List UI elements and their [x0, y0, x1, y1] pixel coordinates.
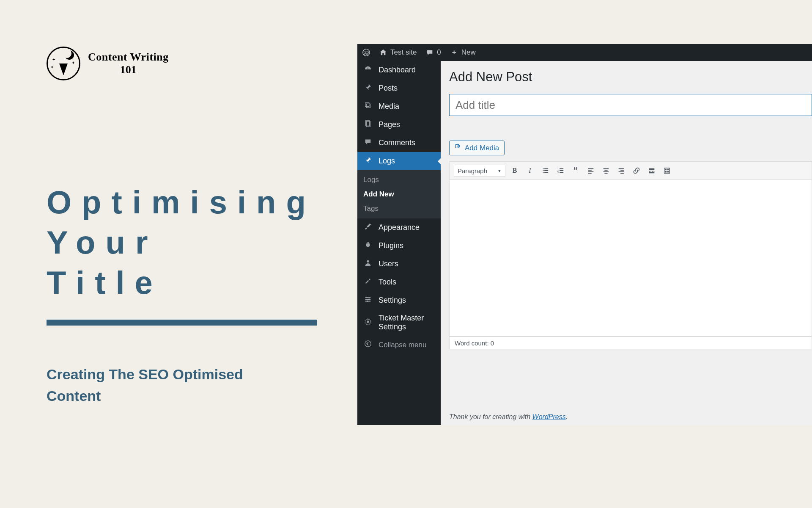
sidebar-item-comments[interactable]: Comments: [357, 134, 441, 152]
sidebar-label: Settings: [379, 296, 435, 305]
wp-main: Add New Post Add Media Paragraph ▼ B I 1…: [441, 61, 812, 425]
hero-title: Optimising Your Title: [47, 182, 311, 303]
bullet-list-button[interactable]: [539, 165, 551, 177]
svg-point-6: [367, 301, 368, 302]
svg-rect-14: [649, 172, 655, 174]
sidebar-item-posts[interactable]: Posts: [357, 79, 441, 97]
read-more-button[interactable]: [646, 165, 658, 177]
logo-mark-icon: ✦ ✦ ✦: [47, 47, 80, 80]
sidebar-item-users[interactable]: Users: [357, 255, 441, 273]
sidebar-submenu-logs: Logs Add New Tags: [357, 170, 441, 218]
svg-rect-16: [665, 169, 667, 171]
site-name-label: Test site: [390, 48, 417, 57]
comment-icon: [363, 138, 373, 148]
italic-button[interactable]: I: [524, 165, 536, 177]
pin-icon: [363, 156, 373, 166]
sidebar-label: Ticket Master Settings: [379, 314, 435, 331]
sidebar-label: Posts: [379, 84, 435, 93]
site-name-link[interactable]: Test site: [379, 48, 417, 57]
sidebar-label: Users: [379, 260, 435, 268]
numbered-list-button[interactable]: 123: [554, 165, 566, 177]
brush-icon: [363, 223, 373, 232]
wordpress-link[interactable]: WordPress: [532, 413, 566, 420]
slide-panel: ✦ ✦ ✦ Content Writing 101 Optimising You…: [0, 0, 357, 508]
hero-subtitle: Creating The SEO Optimised Content: [47, 364, 266, 407]
dashboard-icon: [363, 65, 373, 75]
svg-point-5: [368, 298, 370, 300]
logo-line2: 101: [88, 64, 169, 76]
align-right-button[interactable]: [615, 165, 627, 177]
editor-footer: Word count: 0: [449, 337, 812, 349]
sidebar-item-tools[interactable]: Tools: [357, 273, 441, 291]
pages-icon: [363, 120, 373, 130]
sidebar-label: Dashboard: [379, 66, 435, 75]
sidebar-label: Logs: [379, 157, 435, 166]
editor-toolbar: Paragraph ▼ B I 123 “: [449, 161, 812, 180]
wp-window: Test site 0 + New Dashboard Posts: [357, 44, 812, 425]
sidebar-collapse-button[interactable]: Collapse menu: [357, 336, 441, 354]
logo-line1: Content Writing: [88, 51, 169, 64]
page-title: Add New Post: [449, 69, 812, 85]
chevron-down-icon: ▼: [497, 168, 502, 173]
wp-sidebar: Dashboard Posts Media Pages Comments: [357, 61, 441, 425]
format-select[interactable]: Paragraph ▼: [454, 165, 505, 177]
bold-button[interactable]: B: [509, 165, 521, 177]
svg-text:3: 3: [557, 171, 559, 174]
svg-point-3: [367, 260, 369, 262]
toolbar-toggle-button[interactable]: [661, 165, 673, 177]
add-media-button[interactable]: Add Media: [449, 141, 505, 155]
svg-rect-17: [667, 169, 669, 171]
sidebar-item-settings[interactable]: Settings: [357, 291, 441, 309]
wp-adminbar: Test site 0 + New: [357, 44, 812, 61]
format-select-value: Paragraph: [458, 167, 487, 174]
wrench-icon: [363, 277, 373, 287]
submenu-item-tags[interactable]: Tags: [357, 202, 441, 216]
plus-icon: +: [450, 48, 458, 57]
logo: ✦ ✦ ✦ Content Writing 101: [47, 47, 311, 80]
wp-logo-button[interactable]: [362, 49, 370, 56]
word-count: Word count: 0: [455, 340, 494, 347]
blockquote-button[interactable]: “: [570, 165, 582, 177]
comments-count: 0: [437, 48, 441, 57]
logo-text: Content Writing 101: [88, 51, 169, 76]
sidebar-label: Appearance: [379, 223, 435, 232]
comments-link[interactable]: 0: [426, 48, 441, 57]
sidebar-label: Comments: [379, 138, 435, 147]
sidebar-item-ticket-master[interactable]: Ticket Master Settings: [357, 309, 441, 336]
align-left-button[interactable]: [585, 165, 597, 177]
sidebar-item-dashboard[interactable]: Dashboard: [357, 61, 441, 79]
sidebar-item-appearance[interactable]: Appearance: [357, 218, 441, 237]
editor-content[interactable]: [449, 180, 812, 337]
user-icon: [363, 259, 373, 269]
link-button[interactable]: [631, 165, 642, 177]
sidebar-label: Plugins: [379, 241, 435, 250]
wordpress-icon: [362, 49, 370, 56]
plug-icon: [363, 241, 373, 251]
media-icon: [363, 102, 373, 111]
gear-icon: [363, 318, 373, 328]
align-center-button[interactable]: [600, 165, 612, 177]
sidebar-item-logs[interactable]: Logs: [357, 152, 441, 170]
pin-icon: [363, 83, 373, 93]
submenu-item-logs[interactable]: Logs: [357, 173, 441, 187]
sidebar-label: Pages: [379, 120, 435, 129]
media-icon: [455, 144, 461, 152]
sidebar-label: Media: [379, 102, 435, 111]
add-media-label: Add Media: [465, 144, 499, 152]
svg-rect-13: [649, 168, 655, 171]
new-label: New: [461, 48, 476, 57]
sidebar-item-plugins[interactable]: Plugins: [357, 237, 441, 255]
post-title-input[interactable]: [449, 94, 812, 116]
svg-rect-18: [665, 171, 667, 173]
submenu-item-add-new[interactable]: Add New: [357, 187, 441, 202]
collapse-icon: [363, 340, 373, 350]
home-icon: [379, 49, 387, 56]
sidebar-label: Tools: [379, 278, 435, 287]
new-content-link[interactable]: + New: [450, 48, 476, 57]
sidebar-item-pages[interactable]: Pages: [357, 116, 441, 134]
svg-point-8: [365, 341, 371, 347]
sidebar-item-media[interactable]: Media: [357, 97, 441, 116]
sidebar-label: Collapse menu: [379, 341, 435, 349]
svg-point-4: [366, 297, 368, 298]
sliders-icon: [363, 295, 373, 305]
